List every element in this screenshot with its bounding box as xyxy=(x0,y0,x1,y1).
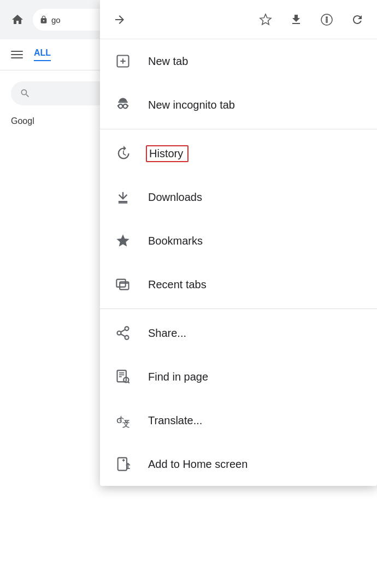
downloads-label: Downloads xyxy=(148,191,202,204)
bookmark-star-button[interactable] xyxy=(255,9,276,31)
translate-icon: G 文 xyxy=(113,411,133,430)
menu-item-bookmarks[interactable]: Bookmarks xyxy=(100,219,377,263)
bookmarks-icon xyxy=(113,231,133,251)
new-tab-icon xyxy=(113,51,133,71)
incognito-label: New incognito tab xyxy=(148,99,235,111)
lock-icon xyxy=(39,15,48,24)
share-label: Share... xyxy=(148,327,186,340)
info-button[interactable] xyxy=(316,9,338,31)
menu-item-find-in-page[interactable]: Find in page xyxy=(100,355,377,399)
menu-item-add-to-home[interactable]: Add to Home screen xyxy=(100,442,377,486)
share-icon xyxy=(113,323,133,343)
dropdown-menu: New tab New incognito tab xyxy=(100,0,377,486)
tab-all[interactable]: ALL xyxy=(34,48,51,61)
menu-item-downloads[interactable]: Downloads xyxy=(100,175,377,219)
svg-point-4 xyxy=(119,104,123,109)
menu-item-recent-tabs[interactable]: Recent tabs xyxy=(100,263,377,306)
svg-point-5 xyxy=(123,104,128,109)
dropdown-toolbar xyxy=(100,0,377,39)
address-bar[interactable]: go xyxy=(33,9,109,31)
history-label: History xyxy=(149,147,183,159)
svg-rect-19 xyxy=(117,370,126,382)
translate-label: Translate... xyxy=(148,414,202,427)
search-icon xyxy=(20,88,31,99)
svg-line-24 xyxy=(128,382,129,383)
history-icon xyxy=(113,144,133,163)
svg-line-17 xyxy=(121,334,125,337)
refresh-button[interactable] xyxy=(346,9,368,31)
bookmarks-label: Bookmarks xyxy=(148,235,203,247)
add-home-icon xyxy=(113,454,133,474)
svg-rect-3 xyxy=(118,102,128,103)
new-tab-label: New tab xyxy=(148,55,188,68)
downloads-icon xyxy=(113,187,133,207)
menu-item-translate[interactable]: G 文 Translate... xyxy=(100,399,377,442)
svg-rect-29 xyxy=(118,458,127,470)
menu-item-history[interactable]: History xyxy=(100,132,377,175)
svg-point-14 xyxy=(125,326,129,330)
download-button[interactable] xyxy=(285,9,307,31)
svg-line-18 xyxy=(121,330,125,332)
recent-tabs-icon xyxy=(113,275,133,294)
hamburger-menu[interactable] xyxy=(11,51,23,58)
menu-item-incognito[interactable]: New incognito tab xyxy=(100,83,377,127)
incognito-icon xyxy=(113,95,133,115)
recent-tabs-label: Recent tabs xyxy=(148,278,207,291)
svg-line-8 xyxy=(127,105,128,106)
find-in-page-label: Find in page xyxy=(148,371,208,383)
forward-button[interactable] xyxy=(109,9,131,31)
add-to-home-label: Add to Home screen xyxy=(148,458,248,471)
menu-item-share[interactable]: Share... xyxy=(100,311,377,355)
address-text: go xyxy=(51,15,61,25)
svg-point-16 xyxy=(125,336,129,340)
find-icon xyxy=(113,367,133,387)
divider-2 xyxy=(100,308,377,309)
svg-line-7 xyxy=(117,105,119,106)
svg-point-15 xyxy=(117,331,121,335)
divider-1 xyxy=(100,129,377,129)
home-button[interactable] xyxy=(7,9,28,31)
menu-item-new-tab[interactable]: New tab xyxy=(100,39,377,83)
